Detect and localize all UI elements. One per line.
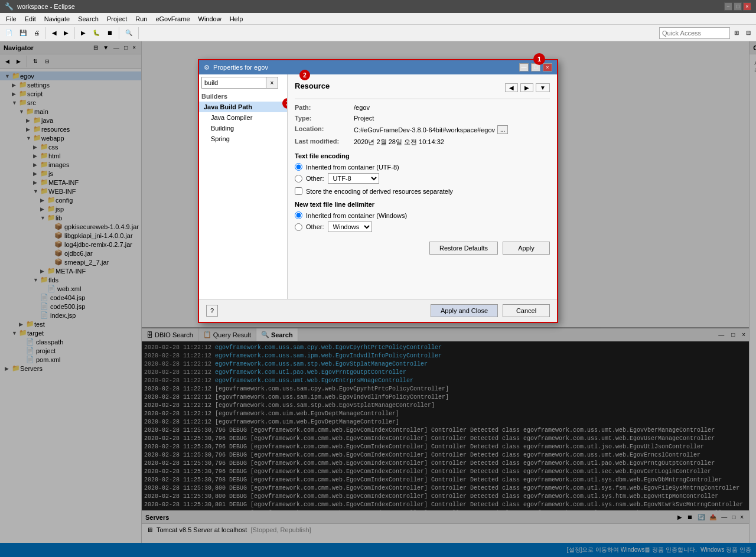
- toolbar-sep1: [45, 27, 46, 39]
- dialog-item-java-build-path[interactable]: Java Build Path: [199, 102, 287, 112]
- radio-other-encoding-label: Other:: [306, 175, 324, 182]
- toolbar-main: 📄 💾 🖨 ◀ ▶ ▶ 🐛 ⏹ 🔍 ⊞ ⊟: [0, 25, 756, 41]
- dialog-title-bar: ⚙ Properties for egov — □ ×: [199, 60, 557, 74]
- toolbar-save[interactable]: 💾: [17, 28, 30, 38]
- badge-1: 1: [533, 53, 545, 65]
- toolbar-sep4: [138, 27, 139, 39]
- radio-inherited-windows-input[interactable]: [295, 211, 302, 219]
- menu-bar: File Edit Navigate Search Project Run eG…: [0, 13, 756, 25]
- dialog-tree: Builders Java Build Path 3 Java Compiler…: [199, 91, 287, 299]
- menu-project[interactable]: Project: [103, 14, 131, 24]
- prop-location-label: Location:: [295, 125, 354, 134]
- toolbar-stop[interactable]: ⏹: [104, 28, 116, 38]
- title-bar: 🔧 workspace - Eclipse − □ ×: [0, 0, 756, 13]
- delimiter-section-title: New text file line delimiter: [295, 201, 550, 208]
- perspective-btn[interactable]: ⊞: [731, 28, 742, 38]
- close-btn[interactable]: ×: [743, 2, 751, 11]
- prop-location-value: C:#eGovFrameDev-3.8.0-64bit#workspace#eg…: [354, 125, 508, 134]
- dialog-nav-btns[interactable]: ◀ ▶ ▼: [505, 83, 550, 92]
- radio-inherited-utf8-label: Inherited from container (UTF-8): [306, 164, 399, 171]
- radio-other-delimiter-label: Other:: [306, 223, 324, 230]
- toolbar-forward[interactable]: ▶: [61, 28, 71, 38]
- dialog-btn-group[interactable]: Apply and Close Cancel: [431, 304, 550, 317]
- dialog-item-java-compiler[interactable]: Java Compiler: [199, 112, 287, 123]
- menu-search[interactable]: Search: [74, 14, 102, 24]
- toolbar-sep3: [119, 27, 119, 39]
- prop-path-value: /egov: [354, 104, 370, 111]
- toolbar-print[interactable]: 🖨: [31, 28, 43, 38]
- menu-navigate[interactable]: Navigate: [41, 14, 73, 24]
- prop-lastmod: Last modified: 2020년 2월 28일 오전 10:14:32: [295, 138, 550, 146]
- menu-edit[interactable]: Edit: [21, 14, 40, 24]
- menu-window[interactable]: Window: [195, 14, 225, 24]
- perspective-btn2[interactable]: ⊟: [743, 28, 754, 38]
- minimize-btn[interactable]: −: [724, 2, 732, 11]
- cancel-btn[interactable]: Cancel: [503, 304, 550, 317]
- menu-file[interactable]: File: [2, 14, 20, 24]
- dialog-content-area: Resource ◀ ▶ ▼ Path: /egov Type: Project: [288, 74, 557, 299]
- radio-other-delimiter-input[interactable]: [295, 223, 302, 231]
- prop-location: Location: C:#eGovFrameDev-3.8.0-64bit#wo…: [295, 125, 550, 134]
- app-icon: 🔧: [5, 2, 14, 11]
- dialog-nav-back[interactable]: ◀: [505, 83, 518, 92]
- dialog-sidebar: × Builders Java Build Path 3 Java Compil…: [199, 74, 288, 299]
- help-btn[interactable]: ?: [206, 305, 218, 317]
- dialog-action-row: Restore Defaults Apply: [295, 242, 550, 255]
- dialog-item-building[interactable]: Building: [199, 123, 287, 133]
- title-bar-text: workspace - Eclipse: [17, 3, 75, 10]
- title-bar-controls[interactable]: − □ ×: [724, 2, 751, 11]
- prop-lastmod-label: Last modified:: [295, 138, 354, 146]
- dialog-title: Properties for egov: [213, 64, 268, 71]
- toolbar-debug[interactable]: 🐛: [90, 28, 103, 38]
- dialog-search-input[interactable]: [201, 77, 266, 89]
- badge-3: 3: [282, 98, 287, 109]
- toolbar-search[interactable]: 🔍: [122, 28, 135, 38]
- store-encoding-checkbox[interactable]: [295, 187, 302, 195]
- dialog-body: × Builders Java Build Path 3 Java Compil…: [199, 74, 557, 299]
- dialog-item-spring[interactable]: Spring: [199, 133, 287, 144]
- badge-container-1: 1: [533, 53, 545, 65]
- dialog-minimize-btn[interactable]: —: [519, 63, 529, 71]
- badge-container-3: 3: [282, 98, 287, 109]
- dialog-search-bar[interactable]: ×: [201, 77, 285, 89]
- encoding-section-title: Text file encoding: [295, 152, 550, 159]
- restore-defaults-btn[interactable]: Restore Defaults: [429, 242, 498, 255]
- dialog-title-left: ⚙ Properties for egov: [204, 64, 268, 71]
- delimiter-select[interactable]: Windows Unix Mac: [328, 222, 372, 232]
- prop-path-label: Path:: [295, 104, 354, 111]
- radio-inherited-windows-label: Inherited from container (Windows): [306, 212, 407, 219]
- prop-type-label: Type:: [295, 115, 354, 122]
- prop-browse-btn[interactable]: ...: [497, 125, 508, 134]
- radio-other-encoding-input[interactable]: [295, 175, 302, 183]
- menu-help[interactable]: Help: [226, 14, 247, 24]
- apply-btn[interactable]: Apply: [503, 242, 550, 255]
- radio-inherited-utf8[interactable]: Inherited from container (UTF-8): [295, 163, 550, 171]
- dialog-settings-icon: ⚙: [204, 64, 210, 71]
- badge-2: 2: [299, 70, 310, 80]
- toolbar-new[interactable]: 📄: [2, 28, 15, 38]
- dialog-content-title: Resource: [295, 82, 330, 94]
- menu-run[interactable]: Run: [132, 14, 151, 24]
- prop-path: Path: /egov: [295, 104, 550, 111]
- maximize-btn[interactable]: □: [734, 2, 742, 11]
- prop-type-value: Project: [354, 115, 374, 122]
- toolbar-back[interactable]: ◀: [49, 28, 60, 38]
- dialog-search-clear-btn[interactable]: ×: [266, 77, 278, 89]
- toolbar-run[interactable]: ▶: [78, 28, 89, 38]
- radio-other-delimiter[interactable]: Other: Windows Unix Mac: [295, 222, 550, 232]
- modal-overlay: 1 ⚙ Properties for egov — □ × 2: [0, 41, 756, 557]
- prop-lastmod-value: 2020년 2월 28일 오전 10:14:32: [354, 138, 444, 146]
- title-bar-left: 🔧 workspace - Eclipse: [5, 2, 75, 11]
- prop-type: Type: Project: [295, 115, 550, 122]
- radio-inherited-utf8-input[interactable]: [295, 163, 302, 171]
- menu-egovframe[interactable]: eGovFrame: [152, 14, 193, 24]
- quick-access-input[interactable]: [659, 27, 730, 39]
- encoding-select[interactable]: UTF-8 ISO-8859-1 US-ASCII: [328, 173, 379, 184]
- radio-inherited-windows[interactable]: Inherited from container (Windows): [295, 211, 550, 219]
- dialog-nav-down[interactable]: ▼: [536, 83, 550, 92]
- radio-other-encoding[interactable]: Other: UTF-8 ISO-8859-1 US-ASCII: [295, 173, 550, 184]
- dialog-nav-forward[interactable]: ▶: [520, 83, 533, 92]
- apply-close-btn[interactable]: Apply and Close: [431, 304, 498, 317]
- store-encoding-label: Store the encoding of derived resources …: [306, 188, 453, 195]
- checkbox-store-encoding[interactable]: Store the encoding of derived resources …: [295, 187, 550, 195]
